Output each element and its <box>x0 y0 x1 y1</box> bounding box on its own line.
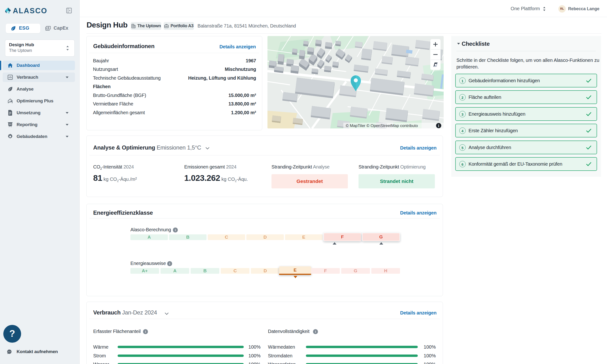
svg-text:© MapTiler © OpenStreetMap con: © MapTiler © OpenStreetMap contributo <box>346 123 418 128</box>
svg-text:i: i <box>438 124 439 128</box>
